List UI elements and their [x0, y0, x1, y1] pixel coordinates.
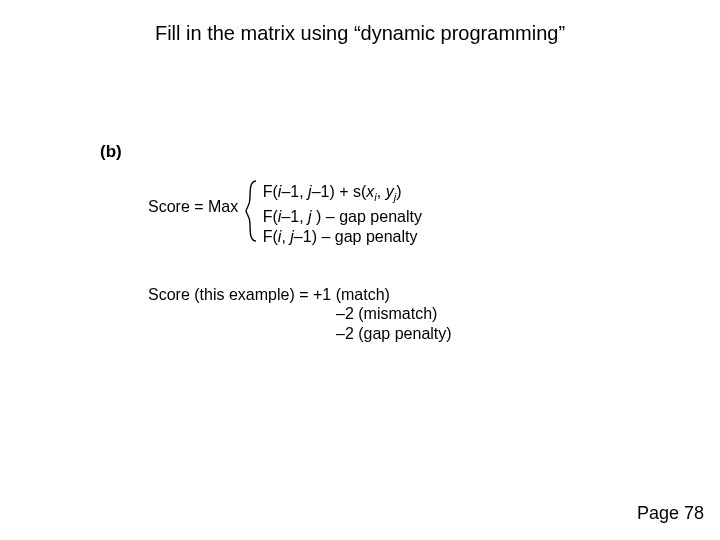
brace-cases: F(i–1, j–1) + s(xi, yj) F(i–1, j ) – gap… — [249, 182, 422, 247]
slide-title: Fill in the matrix using “dynamic progra… — [0, 22, 720, 45]
score-example: Score (this example) = +1 (match) –2 (mi… — [148, 286, 452, 344]
page-number: Page 78 — [637, 503, 704, 524]
example-match: Score (this example) = +1 (match) — [148, 286, 452, 304]
slide-page: Fill in the matrix using “dynamic progra… — [0, 0, 720, 540]
case-left: F(i, j–1) – gap penalty — [263, 227, 422, 247]
left-brace-icon — [245, 180, 259, 242]
case-up: F(i–1, j ) – gap penalty — [263, 207, 422, 227]
case-diagonal: F(i–1, j–1) + s(xi, yj) — [263, 182, 422, 207]
part-b-label: (b) — [100, 142, 122, 162]
example-mismatch: –2 (mismatch) — [148, 304, 452, 324]
score-formula: Score = Max F(i–1, j–1) + s(xi, yj) F(i–… — [148, 182, 422, 247]
score-equals-max: Score = Max — [148, 182, 238, 216]
example-gap-penalty: –2 (gap penalty) — [148, 324, 452, 344]
